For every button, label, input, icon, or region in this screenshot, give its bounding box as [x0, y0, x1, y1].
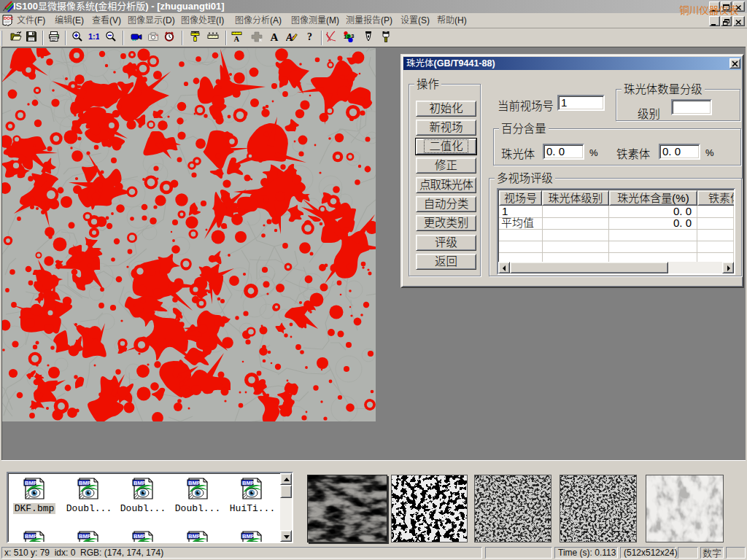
- svg-text:1:1: 1:1: [88, 32, 99, 41]
- svg-text:?: ?: [307, 31, 312, 42]
- svg-text:A: A: [271, 31, 279, 43]
- svg-text:3: 3: [351, 33, 355, 39]
- svg-text:DOC: DOC: [4, 16, 13, 20]
- svg-text:2: 2: [347, 34, 351, 40]
- svg-text:A: A: [234, 35, 240, 42]
